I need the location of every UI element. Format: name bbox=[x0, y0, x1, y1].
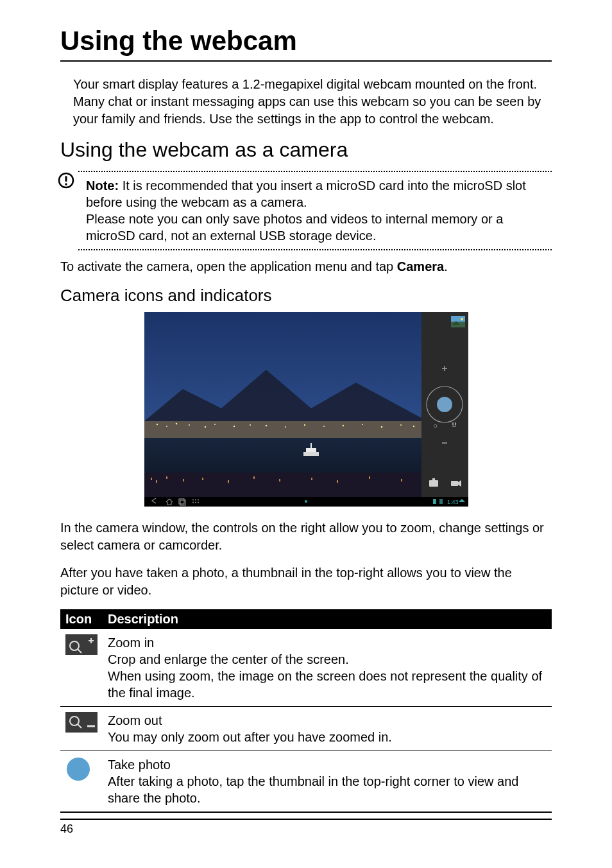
battery-icon bbox=[433, 499, 436, 504]
svg-point-20 bbox=[362, 424, 363, 425]
svg-rect-39 bbox=[401, 479, 402, 482]
note-box: Note: It is recommended that you insert … bbox=[78, 171, 552, 250]
svg-rect-37 bbox=[337, 480, 338, 483]
hdr-icon[interactable]: O˙ bbox=[434, 424, 439, 428]
svg-point-13 bbox=[233, 426, 234, 427]
warning-icon bbox=[58, 172, 74, 191]
svg-rect-48 bbox=[452, 422, 454, 425]
svg-point-22 bbox=[400, 424, 402, 426]
svg-rect-28 bbox=[151, 478, 152, 480]
table-row: Zoom out You may only zoom out after you… bbox=[60, 707, 552, 751]
svg-rect-35 bbox=[279, 479, 280, 482]
zoom-out-icon bbox=[65, 712, 98, 733]
svg-rect-52 bbox=[432, 478, 435, 480]
row-body: After taking a photo, tap the thumbnail … bbox=[108, 773, 547, 806]
svg-point-60 bbox=[192, 502, 194, 503]
svg-point-63 bbox=[305, 500, 307, 503]
row-body: You may only zoom out after you have zoo… bbox=[108, 729, 547, 745]
table-header-icon: Icon bbox=[60, 609, 103, 629]
svg-point-62 bbox=[198, 502, 199, 503]
svg-point-58 bbox=[195, 499, 196, 501]
svg-point-61 bbox=[195, 502, 196, 503]
svg-rect-33 bbox=[228, 480, 229, 483]
svg-point-18 bbox=[323, 426, 325, 427]
table-row: Take photo After taking a photo, tap the… bbox=[60, 751, 552, 813]
after-screenshot-text-2: After you have taken a photo, a thumbnai… bbox=[60, 564, 552, 599]
svg-rect-29 bbox=[156, 480, 157, 483]
after-screenshot-text-1: In the camera window, the controls on th… bbox=[60, 519, 552, 554]
svg-rect-32 bbox=[202, 478, 203, 480]
svg-point-57 bbox=[192, 499, 194, 501]
svg-rect-25 bbox=[306, 448, 316, 452]
note-text-2: Please note you can only save photos and… bbox=[86, 211, 552, 244]
svg-rect-50 bbox=[452, 426, 456, 427]
svg-rect-34 bbox=[253, 476, 255, 479]
svg-point-59 bbox=[198, 499, 199, 501]
table-header-description: Description bbox=[103, 609, 552, 629]
note-text-1: It is recommended that you insert a micr… bbox=[86, 178, 526, 209]
subsection-heading-icons: Camera icons and indicators bbox=[60, 286, 552, 306]
svg-rect-24 bbox=[303, 452, 319, 456]
svg-rect-36 bbox=[311, 478, 312, 480]
svg-point-8 bbox=[166, 426, 167, 427]
svg-rect-6 bbox=[144, 421, 421, 438]
svg-point-14 bbox=[250, 424, 251, 426]
intro-paragraph: Your smart display features a 1.2-megapi… bbox=[73, 76, 552, 128]
zoom-in-icon bbox=[65, 634, 98, 655]
svg-point-21 bbox=[380, 426, 382, 428]
status-time: 1:43 bbox=[447, 499, 459, 505]
svg-point-12 bbox=[214, 424, 216, 425]
svg-point-43 bbox=[461, 318, 463, 320]
svg-point-47 bbox=[437, 397, 452, 412]
video-mode-icon[interactable] bbox=[451, 480, 461, 487]
svg-rect-53 bbox=[451, 481, 458, 486]
svg-point-15 bbox=[265, 425, 267, 427]
take-photo-icon bbox=[65, 756, 98, 782]
svg-point-16 bbox=[285, 426, 286, 428]
page-number: 46 bbox=[60, 819, 552, 836]
svg-rect-30 bbox=[166, 476, 167, 479]
svg-rect-49 bbox=[455, 422, 456, 425]
svg-point-73 bbox=[67, 758, 90, 781]
svg-rect-1 bbox=[65, 176, 67, 182]
page-title: Using the webcam bbox=[60, 26, 552, 62]
row-title: Take photo bbox=[108, 756, 547, 773]
activate-text: To activate the camera, open the applica… bbox=[60, 259, 552, 274]
svg-rect-27 bbox=[144, 473, 421, 497]
icon-description-table: Icon Description bbox=[60, 609, 552, 813]
row-body: Crop and enlarge the center of the scree… bbox=[108, 651, 547, 701]
svg-point-2 bbox=[65, 183, 67, 186]
row-title: Zoom in bbox=[108, 634, 547, 651]
svg-rect-26 bbox=[310, 443, 312, 448]
svg-rect-51 bbox=[429, 480, 438, 487]
svg-point-11 bbox=[204, 426, 205, 428]
svg-point-9 bbox=[175, 423, 177, 425]
battery-icon bbox=[439, 499, 443, 504]
svg-point-19 bbox=[342, 425, 343, 426]
row-title: Zoom out bbox=[108, 712, 547, 729]
section-heading-camera: Using the webcam as a camera bbox=[60, 138, 552, 162]
svg-point-10 bbox=[189, 424, 190, 426]
svg-point-7 bbox=[156, 424, 157, 425]
photo-thumbnail-icon[interactable] bbox=[451, 316, 465, 327]
activate-bold: Camera bbox=[397, 259, 444, 273]
activate-post: . bbox=[444, 259, 448, 273]
activate-pre: To activate the camera, open the applica… bbox=[60, 259, 397, 273]
camera-app-screenshot: O˙ bbox=[144, 312, 468, 507]
svg-point-23 bbox=[412, 426, 414, 427]
svg-point-17 bbox=[303, 424, 305, 426]
table-row: Zoom in Crop and enlarge the center of t… bbox=[60, 629, 552, 707]
svg-rect-38 bbox=[369, 476, 370, 479]
svg-rect-31 bbox=[183, 479, 184, 482]
note-label: Note: bbox=[86, 178, 119, 193]
